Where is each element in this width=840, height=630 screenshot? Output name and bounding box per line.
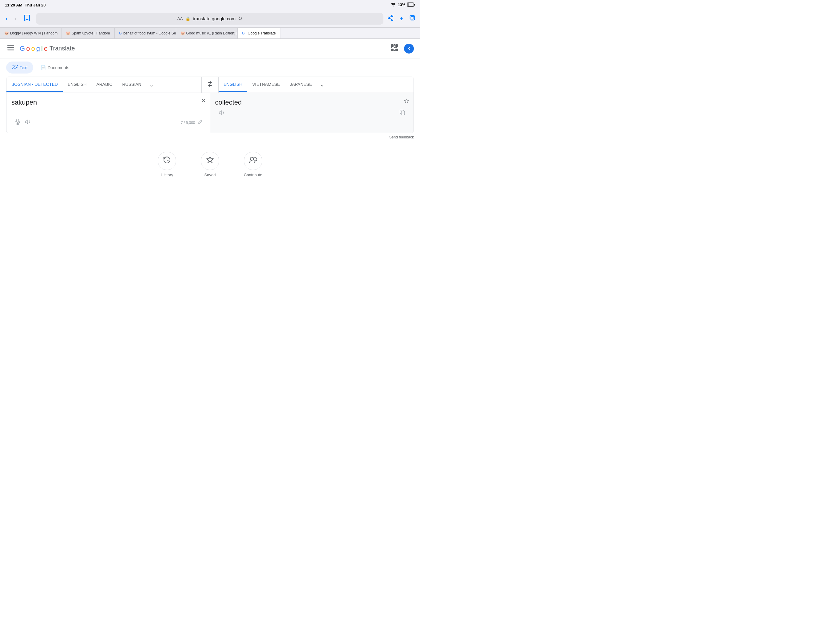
swap-languages-button[interactable] (201, 77, 219, 93)
microphone-button[interactable] (14, 117, 22, 128)
tab-favicon-doggy: 🐷 (4, 31, 9, 35)
bottom-nav-contribute[interactable]: Contribute (244, 152, 262, 177)
translator-container: BOSNIAN - DETECTED ENGLISH ARABIC RUSSIA… (6, 77, 414, 133)
text-tab-label: Text (20, 65, 28, 70)
bottom-nav-saved[interactable]: Saved (201, 152, 219, 177)
font-size-indicator: AA (177, 16, 183, 21)
share-button[interactable] (387, 14, 395, 24)
app-name: Translate (49, 45, 75, 52)
tabs-button[interactable] (408, 14, 416, 24)
char-count: 7 / 5,000 (181, 120, 195, 125)
contribute-icon (249, 156, 257, 166)
svg-rect-1 (414, 4, 415, 6)
status-day: Thu Jan 20 (25, 3, 46, 7)
tab-label-translate: Google Translate (248, 31, 276, 35)
svg-point-4 (388, 17, 390, 19)
battery-icon (407, 2, 415, 8)
lang-selector-row: BOSNIAN - DETECTED ENGLISH ARABIC RUSSIA… (6, 77, 414, 93)
tab-google-search[interactable]: G behalf of foodisyum - Google Sea... (115, 28, 176, 38)
history-circle (158, 152, 176, 170)
wifi-icon (390, 2, 396, 8)
forward-button[interactable]: › (13, 14, 19, 24)
address-bar[interactable]: AA 🔒 translate.google.com ↻ (36, 13, 384, 25)
saved-label: Saved (204, 173, 216, 177)
source-lang-dropdown[interactable]: ⌄ (146, 78, 156, 92)
speak-input-button[interactable] (24, 118, 32, 127)
bottom-nav-history[interactable]: History (158, 152, 176, 177)
contribute-circle (244, 152, 262, 170)
target-lang-english[interactable]: ENGLISH (219, 78, 247, 92)
new-tab-button[interactable]: + (399, 14, 404, 24)
tab-doggy[interactable]: 🐷 Doggy | Piggy Wiki | Fandom (0, 28, 62, 38)
tab-music[interactable]: 🐷 Good music #1 (Rash Edition) | Fa... ✕ (176, 28, 238, 38)
tab-google-translate[interactable]: G Google Translate (238, 28, 280, 38)
svg-rect-8 (7, 45, 14, 46)
svg-rect-10 (7, 49, 14, 51)
tab-label-music: Good music #1 (Rash Edition) | Fa... (186, 31, 238, 35)
google-translate-logo: Google Translate (20, 44, 75, 52)
source-lang-arabic[interactable]: ARABIC (91, 78, 117, 92)
documents-tab-label: Documents (47, 65, 69, 70)
back-button[interactable]: ‹ (4, 14, 9, 24)
bookmarks-button[interactable] (21, 13, 33, 24)
source-lang-russian[interactable]: RUSSIAN (117, 78, 146, 92)
edit-input-button[interactable] (198, 120, 203, 126)
saved-circle (201, 152, 219, 170)
target-lang-vietnamese[interactable]: VIETNAMESE (247, 78, 285, 92)
input-text[interactable]: sakupen (11, 98, 205, 116)
svg-point-27 (250, 157, 253, 160)
svg-rect-2 (408, 3, 409, 6)
history-label: History (161, 173, 173, 177)
tab-spam[interactable]: 🐷 Spam upvote | Fandom (62, 28, 115, 38)
tabs-bar: 🐷 Doggy | Piggy Wiki | Fandom 🐷 Spam upv… (0, 28, 420, 39)
history-icon (163, 156, 171, 166)
source-lang-english[interactable]: ENGLISH (63, 78, 91, 92)
source-lang-selector: BOSNIAN - DETECTED ENGLISH ARABIC RUSSIA… (6, 77, 201, 93)
tab-label-doggy: Doggy | Piggy Wiki | Fandom (10, 31, 57, 35)
send-feedback-row: Send feedback (0, 133, 420, 139)
tab-favicon-spam: 🐷 (66, 31, 70, 35)
source-lang-bosnian[interactable]: BOSNIAN - DETECTED (6, 78, 63, 92)
status-time: 11:29 AM (5, 3, 22, 7)
svg-rect-9 (7, 47, 14, 48)
text-tab-icon: 文A (12, 64, 18, 71)
clear-input-button[interactable]: ✕ (201, 97, 206, 104)
target-lang-dropdown[interactable]: ⌄ (317, 78, 327, 92)
tab-documents[interactable]: 📄 Documents (35, 63, 75, 73)
target-lang-japanese[interactable]: JAPANESE (285, 78, 317, 92)
tab-favicon-translate: G (242, 31, 246, 35)
copy-translation-button[interactable] (398, 109, 406, 118)
speak-output-button[interactable] (218, 109, 226, 118)
svg-rect-13 (395, 44, 398, 47)
tab-label-search: behalf of foodisyum - Google Sea... (123, 31, 176, 35)
contribute-label: Contribute (244, 173, 262, 177)
reload-button[interactable]: ↻ (238, 15, 242, 22)
input-panel-footer: 7 / 5,000 (11, 116, 205, 130)
svg-rect-7 (411, 16, 414, 19)
svg-rect-18 (395, 49, 398, 51)
user-avatar[interactable]: K (404, 44, 414, 54)
output-panel: collected ☆ (210, 93, 414, 133)
send-feedback-link[interactable]: Send feedback (389, 135, 414, 139)
tab-favicon-music: 🐷 (180, 31, 185, 35)
target-lang-selector: ENGLISH VIETNAMESE JAPANESE ⌄ (219, 77, 414, 93)
svg-rect-21 (17, 119, 19, 122)
output-text: collected (215, 98, 409, 108)
documents-tab-icon: 📄 (41, 65, 46, 70)
status-bar: 11:29 AM Thu Jan 20 13% (0, 0, 420, 10)
svg-point-3 (392, 15, 393, 17)
svg-rect-17 (394, 47, 395, 48)
translation-body: sakupen ✕ (6, 93, 414, 133)
svg-rect-15 (395, 47, 396, 48)
svg-rect-19 (394, 50, 395, 51)
svg-rect-16 (391, 49, 393, 51)
svg-text:文A: 文A (12, 64, 18, 69)
apps-grid-button[interactable] (390, 43, 399, 54)
svg-rect-12 (394, 44, 395, 46)
save-translation-button[interactable]: ☆ (404, 97, 409, 104)
tab-label-spam: Spam upvote | Fandom (72, 31, 110, 35)
hamburger-menu-button[interactable] (6, 44, 15, 53)
address-url[interactable]: translate.google.com (193, 16, 235, 21)
svg-point-5 (392, 19, 393, 20)
tab-text[interactable]: 文A Text (6, 62, 33, 73)
